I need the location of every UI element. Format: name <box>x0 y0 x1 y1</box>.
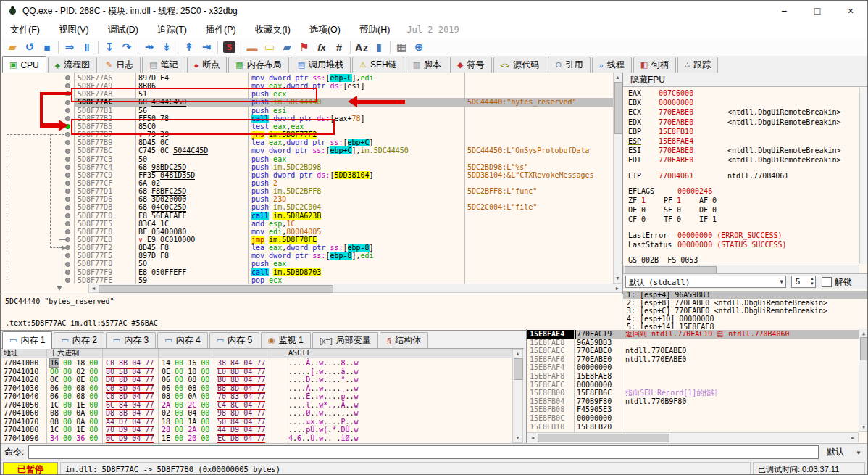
stack-row-15E8FB00[interactable]: 15E8FB0015E8FB6C指向SEH_Record[1]的指针 <box>527 389 859 397</box>
stack-row-15E8FAEC[interactable]: 15E8FAEC770EABE0ntdll.770EABE0 <box>527 347 859 355</box>
tab-memory[interactable]: ▭内存 4 <box>157 332 207 348</box>
row-dot-icon[interactable] <box>65 149 70 154</box>
dump-row-77041050[interactable]: 770410501C 00 1E 006C 84 04 772A 00 2C 0… <box>1 401 512 410</box>
row-dot-icon[interactable] <box>65 100 70 105</box>
register-value[interactable]: 007C6000 <box>659 88 693 98</box>
tab-memory[interactable]: ▭内存 5 <box>209 332 259 348</box>
disasm-row-5D8F77BC[interactable]: 5D8F77BCC745 0C 5044C45Dmov dword ptr ss… <box>1 146 613 154</box>
tab-seh-chain[interactable]: ⚠SEH链 <box>352 57 404 73</box>
flag[interactable]: AF 0 <box>699 196 717 205</box>
registers-hscrollbar[interactable] <box>623 265 859 273</box>
flag[interactable]: TF 0 <box>664 215 681 224</box>
disasm-vscrollbar[interactable]: ▲ ▼ <box>613 73 622 284</box>
step-into-icon[interactable]: ↧ <box>101 40 118 54</box>
register-value[interactable]: 770EABE0 <box>659 146 693 155</box>
disasm-row-5D8F77F8[interactable]: 5D8F77F850push eax <box>1 260 613 268</box>
flag[interactable]: CF 0 <box>628 215 646 224</box>
row-dot-icon[interactable] <box>65 173 70 178</box>
tab-notes[interactable]: ▤笔记 <box>142 57 185 73</box>
row-dot-icon[interactable] <box>65 262 70 267</box>
function-icon[interactable]: fx <box>313 40 330 54</box>
disasm-row-5D8F77E5[interactable]: 5D8F77E583C4 1Cadd esp,1C <box>1 220 613 228</box>
tab-log[interactable]: ✎日志 <box>99 57 141 73</box>
disasm-row-5D8F77CF[interactable]: 5D8F77CF6A 02push 2 <box>1 179 613 187</box>
menu-item[interactable]: 收藏夹(I) <box>246 24 300 36</box>
bookmarks-icon[interactable]: ⚑ <box>296 40 313 54</box>
disasm-row-5D8F77ED[interactable]: 5D8F77ED∨ E9 0C010000jmp im.5D8F78FE <box>1 236 613 244</box>
argument-row[interactable]: 3: [esp+C] 770EABE0 <ntdll.DbgUiRemoteBr… <box>623 307 868 315</box>
command-profile-select[interactable]: 默认▼ <box>822 445 864 459</box>
flag[interactable]: IF 1 <box>699 215 717 224</box>
pause-icon[interactable]: ‖ <box>78 40 96 54</box>
stack-row-15E8FAF0[interactable]: 15E8FAF0770EABE0ntdll.770EABE0 <box>527 355 859 364</box>
register-row[interactable]: ECX770EABE0<ntdll.DbgUiRemoteBreakin> <box>623 107 859 117</box>
register-row[interactable]: CF 0TF 0IF 1 <box>623 215 859 224</box>
comments-icon[interactable]: ▭ <box>261 40 278 54</box>
disasm-row-5D8F77C3[interactable]: 5D8F77C350push eax <box>1 155 613 163</box>
assemble-icon[interactable]: Az <box>353 40 370 54</box>
tab-cpu[interactable]: ▣CPU <box>2 56 46 73</box>
registers-vscrollbar[interactable] <box>859 88 868 264</box>
maximize-icon[interactable]: □ <box>801 1 834 21</box>
hash-icon[interactable]: # <box>330 40 348 54</box>
row-dot-icon[interactable] <box>65 213 70 218</box>
tab-trace[interactable]: ∴跟踪 <box>677 57 718 73</box>
row-dot-icon[interactable] <box>65 189 70 194</box>
row-dot-icon[interactable] <box>65 108 70 113</box>
disasm-row-5D8F77E0[interactable]: 5D8F77E0E8 56EAFAFFcall im.5D8A623B <box>1 212 613 220</box>
disasm-row-5D8F77F9[interactable]: 5D8F77F9E8 050FFEFFcall im.5D8D8703 <box>1 268 613 276</box>
stack-row-15E8FB04[interactable]: 15E8FB04770B9F80ntdll.770B9F80 <box>527 397 859 406</box>
dump-row-77041020[interactable]: 770410200C 00 0E 00D0 8D 04 7706 00 08 0… <box>1 376 512 384</box>
argument-row[interactable]: 1: [esp+4] 96A59BB3 <box>623 291 868 299</box>
dump-vscrollbar[interactable]: ▲ ▼ <box>512 349 523 443</box>
disasm-row-5D8F77D6[interactable]: 5D8F77D668 3D020000push 23D <box>1 195 613 203</box>
dump-row-77041080[interactable]: 770410801C 00 1E 0070 D9 04 7728 00 2A 0… <box>1 426 512 434</box>
stack-hscrollbar[interactable]: ◄ ► <box>527 432 859 442</box>
menu-item[interactable]: 文件(F) <box>1 24 49 36</box>
row-dot-icon[interactable] <box>65 197 70 202</box>
row-dot-icon[interactable] <box>65 75 70 80</box>
close-icon[interactable]: × <box>834 1 867 21</box>
calculator-icon[interactable]: ▦ <box>393 40 410 54</box>
menu-item[interactable]: 帮助(H) <box>350 24 399 36</box>
stack-row-15E8FB10[interactable]: 15E8FB1015E8FB20 <box>527 423 859 431</box>
register-row[interactable]: EFLAGS00000246 <box>623 186 859 196</box>
tab-memory[interactable]: ▭内存 1 <box>2 331 52 349</box>
tab-handles[interactable]: ◧句柄 <box>633 57 676 73</box>
menu-item[interactable]: 插件(P) <box>196 24 246 36</box>
row-dot-icon[interactable] <box>65 140 70 145</box>
tab-memory[interactable]: ▭内存 2 <box>54 332 104 348</box>
register-value[interactable]: 770EABE0 <box>659 107 693 117</box>
stop-icon[interactable]: ■ <box>38 40 56 54</box>
dump-row-77041090[interactable]: 7704109034 00 36 000C D9 04 771E 00 20 0… <box>1 434 512 443</box>
row-dot-icon[interactable] <box>65 253 70 258</box>
tab-source[interactable]: <>源代码 <box>493 57 547 73</box>
register-row[interactable]: LastError00000000 (ERROR_SUCCESS) <box>623 231 859 240</box>
register-value[interactable]: 15E8FAE4 <box>659 136 693 146</box>
register-row[interactable]: GS 002B FS 0053 <box>623 255 859 265</box>
patches-icon[interactable]: ▬ <box>243 40 261 54</box>
tab-symbols[interactable]: ◆符号 <box>450 57 491 73</box>
labels-icon[interactable]: ▰ <box>278 40 296 54</box>
tab-struct[interactable]: §结构体 <box>380 332 428 348</box>
menu-item[interactable]: 选项(O) <box>300 24 350 36</box>
stack-row-15E8FAF8[interactable]: 15E8FAF815E8FAE8 <box>527 372 859 381</box>
menu-item[interactable]: 调试(D) <box>99 24 148 36</box>
disasm-row-5D8F77B1[interactable]: 5D8F77B156push esi <box>1 107 613 115</box>
scylla-icon[interactable]: ▮ <box>370 40 388 54</box>
row-dot-icon[interactable] <box>65 221 70 226</box>
tab-script[interactable]: ▥脚本 <box>406 57 448 73</box>
row-dot-icon[interactable] <box>65 270 70 275</box>
dump-row-77041040[interactable]: 7704104006 00 08 00C8 8D 04 7708 00 0A 0… <box>1 392 512 401</box>
register-value[interactable]: 770EABE0 <box>659 117 693 127</box>
flag[interactable]: ZF 1 <box>628 196 646 205</box>
stack-vscrollbar[interactable]: ▲ ▼ <box>859 329 868 432</box>
register-row[interactable]: EAX007C6000 <box>623 88 859 98</box>
command-input[interactable] <box>28 445 819 459</box>
stack-row-15E8FB0C[interactable]: 15E8FB0C00000000 <box>527 414 859 423</box>
row-dot-icon[interactable] <box>65 229 70 234</box>
row-dot-icon[interactable] <box>65 181 70 186</box>
menu-item[interactable]: 视图(V) <box>49 24 99 36</box>
disasm-hscrollbar[interactable]: ◄ ► <box>88 284 622 293</box>
row-dot-icon[interactable] <box>65 165 70 170</box>
